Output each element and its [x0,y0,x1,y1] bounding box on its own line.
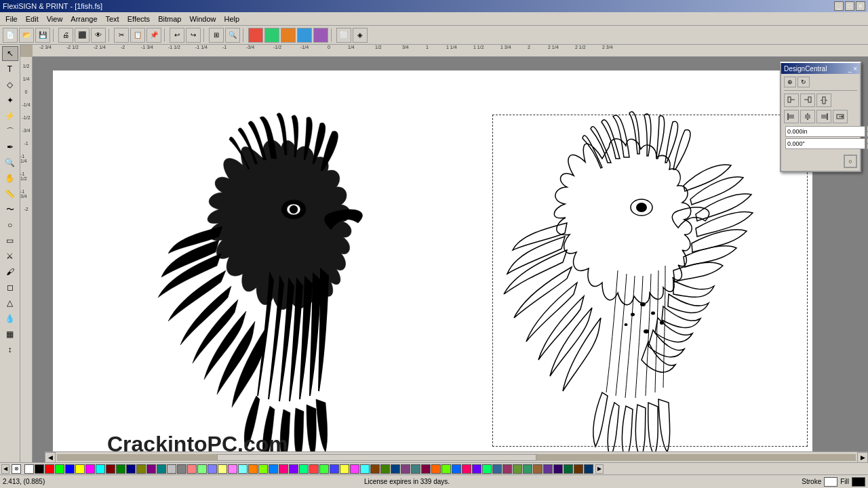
color-swatch-1[interactable] [35,464,44,474]
scroll-left-button[interactable]: ◀ [45,452,56,463]
color-swatch-29[interactable] [319,464,329,474]
design-central-header[interactable]: DesignCentral _ × [781,63,860,74]
color-swatch-36[interactable] [391,464,400,474]
menu-text[interactable]: Text [102,14,123,24]
print-button[interactable]: 🖨 [58,28,73,43]
color-swatch-6[interactable] [85,464,95,474]
palette-next-button[interactable]: ▶ [595,464,604,474]
cut-button[interactable]: ✂ [114,28,129,43]
color-swatch-43[interactable] [462,464,471,474]
open-button[interactable]: 📂 [19,28,34,43]
eyedrop-tool[interactable]: 💧 [2,311,18,326]
color-swatch-24[interactable] [269,464,278,474]
color-swatch-13[interactable] [157,464,166,474]
corner-tr-btn[interactable] [800,94,815,107]
palette-prev-button[interactable]: ◀ [1,464,9,474]
color-swatch-15[interactable] [177,464,186,474]
color-swatch-17[interactable] [197,464,207,474]
corner-center-btn[interactable] [816,94,831,107]
color-swatch-50[interactable] [533,464,542,474]
color-swatch-0[interactable] [24,464,34,474]
anchor-tool-btn[interactable]: ⊕ [784,77,796,87]
color-swatch-48[interactable] [513,464,522,474]
color-swatch-22[interactable] [248,464,258,474]
minimize-button[interactable]: _ [834,1,844,11]
measure-tool[interactable]: 📏 [2,186,18,201]
color-swatch-9[interactable] [116,464,125,474]
close-button[interactable]: × [856,1,865,11]
scroll-thumb[interactable] [217,454,536,461]
menu-window[interactable]: Window [185,14,220,24]
color-swatch-35[interactable] [380,464,390,474]
design-central-minimize[interactable]: _ [848,65,852,73]
warp-tool[interactable]: 〜 [2,202,18,217]
height-input[interactable] [785,138,865,149]
color5-button[interactable] [313,28,328,43]
bezier-tool[interactable]: ⌒ [2,124,18,139]
color-swatch-38[interactable] [411,464,420,474]
copy-button[interactable]: 📋 [130,28,145,43]
paste-button[interactable]: 📌 [146,28,161,43]
scroll-right-button[interactable]: ▶ [857,452,868,463]
color-swatch-27[interactable] [299,464,309,474]
color-swatch-40[interactable] [431,464,441,474]
color-swatch-39[interactable] [421,464,431,474]
undo-button[interactable]: ↩ [170,28,184,43]
knife-tool[interactable]: ⚔ [2,249,18,264]
color-swatch-49[interactable] [523,464,532,474]
circle-tool[interactable]: ○ [2,218,18,232]
menu-bitmap[interactable]: Bitmap [154,14,185,24]
color-swatch-4[interactable] [65,464,75,474]
color-swatch-33[interactable] [360,464,370,474]
text-tool[interactable]: T [2,62,18,77]
fill-tool[interactable]: ▦ [2,327,18,342]
color-swatch-47[interactable] [502,464,512,474]
color-swatch-18[interactable] [208,464,217,474]
align-special-btn[interactable] [833,110,848,123]
menu-effects[interactable]: Effects [123,14,154,24]
apply-button[interactable]: ○ [844,155,857,168]
color-swatch-32[interactable] [350,464,359,474]
corner-tl-btn[interactable] [784,94,799,107]
polygon-tool[interactable]: △ [2,296,18,310]
color-swatch-52[interactable] [553,464,563,474]
new-button[interactable]: 📄 [3,28,18,43]
maximize-button[interactable]: □ [845,1,854,11]
color-swatch-19[interactable] [218,464,227,474]
color-swatch-5[interactable] [75,464,85,474]
color3-button[interactable] [281,28,296,43]
color-swatch-12[interactable] [146,464,156,474]
node-tool[interactable]: ⚡ [2,108,18,123]
color-swatch-55[interactable] [584,464,593,474]
save-button[interactable]: 💾 [35,28,50,43]
color-swatch-8[interactable] [106,464,115,474]
print2-button[interactable]: ⬛ [75,28,90,43]
color-swatch-11[interactable] [136,464,146,474]
zoom-tool[interactable]: 🔍 [2,155,18,170]
canvas-viewport[interactable]: CrackintoPC.com ◀ ▶ [33,57,868,462]
color-swatch-10[interactable] [126,464,136,474]
align-center-btn[interactable] [800,110,815,123]
zoom-fit-button[interactable]: ⊞ [209,28,224,43]
align-left-btn[interactable] [784,110,799,123]
color-swatch-53[interactable] [564,464,573,474]
color-swatch-3[interactable] [55,464,64,474]
zoom-in-button[interactable]: 🔍 [225,28,240,43]
canvas-area[interactable]: -2 3/4 -2 1/2 -2 1/4 -2 -1 3/4 -1 1/2 -1… [20,45,868,462]
color-swatch-30[interactable] [330,464,339,474]
color4-button[interactable] [297,28,312,43]
width-input[interactable] [785,126,865,137]
align-right-btn[interactable] [816,110,831,123]
menu-edit[interactable]: Edit [22,14,43,24]
color-swatch-14[interactable] [167,464,176,474]
color-swatch-42[interactable] [452,464,461,474]
color-swatch-25[interactable] [279,464,288,474]
preview-button[interactable]: 👁 [91,28,106,43]
star-tool[interactable]: ✦ [2,93,18,108]
color-swatch-2[interactable] [45,464,54,474]
paint-tool[interactable]: 🖌 [2,264,18,279]
select-tool[interactable]: ↖ [2,46,18,61]
color-swatch-23[interactable] [258,464,268,474]
pen-tool[interactable]: ✒ [2,140,18,155]
color-swatch-45[interactable] [482,464,492,474]
